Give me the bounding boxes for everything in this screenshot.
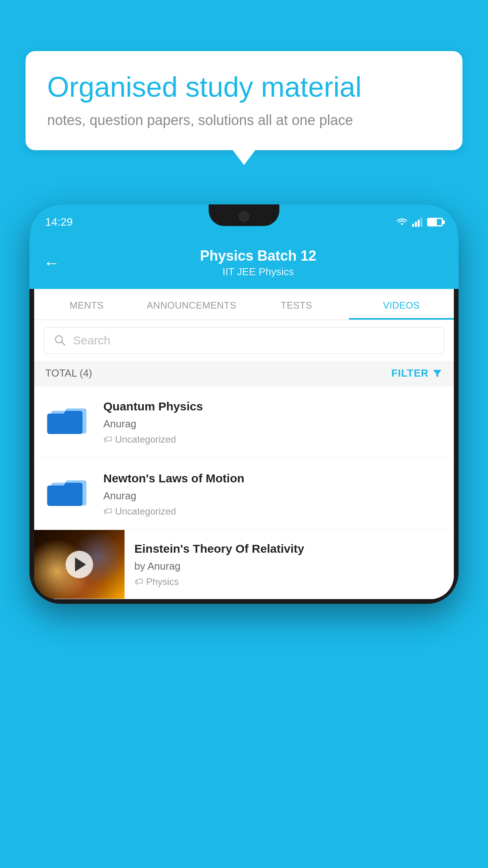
tab-videos[interactable]: VIDEOS xyxy=(349,289,454,320)
video-tag-2: 🏷 Uncategorized xyxy=(103,506,443,517)
speech-bubble-container: Organised study material notes, question… xyxy=(26,51,462,150)
signal-icon xyxy=(412,217,423,227)
video-title-1: Quantum Physics xyxy=(103,399,443,414)
svg-rect-2 xyxy=(415,222,417,227)
batch-subtitle: IIT JEE Physics xyxy=(72,266,445,278)
status-time: 14:29 xyxy=(45,216,73,228)
folder-icon xyxy=(47,472,90,507)
einstein-thumbnail xyxy=(34,530,125,599)
speech-bubble-title: Organised study material xyxy=(47,71,441,103)
video-info-1: Quantum Physics Anurag 🏷 Uncategorized xyxy=(103,399,443,445)
filter-funnel-icon xyxy=(432,368,443,379)
tag-icon: 🏷 xyxy=(134,577,143,587)
svg-rect-3 xyxy=(418,220,420,227)
phone-content: MENTS ANNOUNCEMENTS TESTS VIDEOS xyxy=(34,289,454,599)
search-input[interactable]: Search xyxy=(73,334,110,347)
svg-line-6 xyxy=(62,342,65,345)
video-thumb-2 xyxy=(45,471,92,508)
list-item[interactable]: Einstein's Theory Of Relativity by Anura… xyxy=(34,530,454,599)
svg-marker-0 xyxy=(400,223,404,225)
tag-icon: 🏷 xyxy=(103,434,112,445)
play-button[interactable] xyxy=(66,551,93,578)
header-title-group: Physics Batch 12 IIT JEE Physics xyxy=(72,248,445,278)
speech-bubble: Organised study material notes, question… xyxy=(26,51,462,150)
tab-ments[interactable]: MENTS xyxy=(34,289,139,320)
search-container: Search xyxy=(34,320,454,361)
wifi-icon xyxy=(396,217,408,227)
list-item[interactable]: Newton's Laws of Motion Anurag 🏷 Uncateg… xyxy=(34,458,454,530)
svg-rect-10 xyxy=(47,485,83,506)
search-bar[interactable]: Search xyxy=(44,327,444,354)
phone-frame: 14:29 xyxy=(29,204,459,604)
folder-icon xyxy=(47,400,90,435)
video-author-3: by Anurag xyxy=(134,560,444,572)
video-info-3: Einstein's Theory Of Relativity by Anura… xyxy=(125,530,454,598)
search-icon xyxy=(54,335,66,346)
list-item[interactable]: Quantum Physics Anurag 🏷 Uncategorized xyxy=(34,386,454,458)
video-info-2: Newton's Laws of Motion Anurag 🏷 Uncateg… xyxy=(103,471,443,517)
tab-announcements[interactable]: ANNOUNCEMENTS xyxy=(139,289,244,320)
batch-title: Physics Batch 12 xyxy=(72,248,445,264)
video-author-1: Anurag xyxy=(103,418,443,430)
video-list: Quantum Physics Anurag 🏷 Uncategorized xyxy=(34,386,454,599)
play-triangle-icon xyxy=(75,557,86,572)
filter-bar: TOTAL (4) FILTER xyxy=(34,361,454,386)
video-tag-1: 🏷 Uncategorized xyxy=(103,434,443,445)
video-title-2: Newton's Laws of Motion xyxy=(103,471,443,486)
app-header: ← Physics Batch 12 IIT JEE Physics xyxy=(29,240,459,289)
speech-bubble-subtitle: notes, question papers, solutions all at… xyxy=(47,112,441,129)
svg-rect-1 xyxy=(412,224,414,227)
tabs-bar: MENTS ANNOUNCEMENTS TESTS VIDEOS xyxy=(34,289,454,320)
filter-button[interactable]: FILTER xyxy=(391,367,443,379)
svg-rect-4 xyxy=(420,217,422,227)
phone-wrapper: 14:29 xyxy=(29,204,459,604)
video-author-2: Anurag xyxy=(103,490,443,502)
svg-rect-8 xyxy=(47,414,83,434)
video-thumb-1 xyxy=(45,399,92,436)
phone-camera xyxy=(239,211,249,222)
video-title-3: Einstein's Theory Of Relativity xyxy=(134,541,444,556)
status-icons xyxy=(396,217,443,227)
tab-tests[interactable]: TESTS xyxy=(244,289,349,320)
tag-icon: 🏷 xyxy=(103,506,112,517)
video-tag-3: 🏷 Physics xyxy=(134,576,444,587)
back-button[interactable]: ← xyxy=(43,255,60,271)
total-count: TOTAL (4) xyxy=(45,367,92,379)
battery-icon xyxy=(427,218,443,226)
status-bar: 14:29 xyxy=(29,204,459,240)
